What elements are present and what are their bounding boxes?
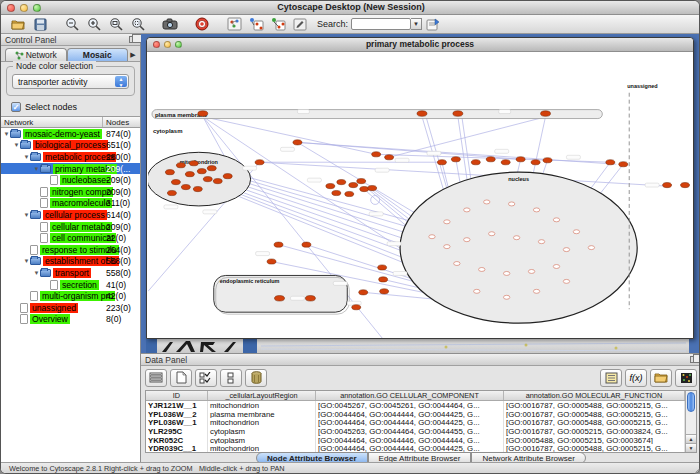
float-panel-icon[interactable] [129, 36, 137, 43]
node-color-select[interactable]: transporter activity ▲▼ [12, 74, 129, 89]
select-attributes-icon[interactable] [195, 369, 217, 387]
attribute-editor-icon[interactable] [600, 369, 622, 387]
document-icon [30, 245, 38, 255]
function-builder-icon[interactable]: f(x) [625, 369, 647, 387]
network-tab-icon [15, 51, 24, 60]
annotation-box-icon[interactable] [290, 16, 310, 33]
background-window-sliver[interactable] [146, 339, 689, 353]
attribute-table: ID _cellularLayoutRegion annotation.GO C… [145, 390, 697, 453]
compartment-layer: plasma membrane cytoplasm mitochondrion … [148, 83, 658, 323]
col-id[interactable]: ID [146, 391, 208, 400]
table-cell: mitochondrion [208, 401, 316, 410]
tree-col-network[interactable]: Network [1, 117, 103, 127]
tree-row[interactable]: ▼cellular process614(0) [1, 209, 140, 221]
tree-row-count: 209(... [104, 164, 140, 174]
snapshot-camera-icon[interactable] [160, 16, 180, 33]
tab-network[interactable]: Network [5, 48, 67, 61]
tree-row[interactable]: ▼establishment of lo558(0) [1, 256, 140, 268]
table-row[interactable]: YPL036W__1mitochondrion[GO:0044464, GO:0… [146, 418, 685, 427]
disclosure-triangle-icon[interactable]: ▼ [13, 142, 20, 148]
tree-row[interactable]: ▼primary metabo209(... [1, 163, 140, 175]
tree-row[interactable]: response to stimulu264(0) [1, 244, 140, 256]
network-canvas[interactable]: plasma membrane cytoplasm mitochondrion … [148, 53, 692, 338]
zoom-out-icon[interactable] [62, 16, 82, 33]
tree-row[interactable]: ▼metabolic process280(0) [1, 151, 140, 163]
tab-overflow-arrow[interactable]: ▶ [128, 48, 138, 61]
scrollbar-thumb[interactable] [687, 392, 695, 412]
tree-row-label: mosaic-demo-yeast [23, 129, 102, 139]
tree-row-label: macromolecule [50, 198, 112, 208]
tree-row[interactable]: nucleobase-209(0) [1, 174, 140, 186]
layout-edges-icon[interactable] [268, 16, 288, 33]
plasma-membrane-region[interactable] [152, 110, 602, 119]
delete-attribute-icon[interactable] [245, 369, 267, 387]
tree-row[interactable]: ▼mosaic-demo-yeast874(0) [1, 128, 140, 140]
table-cell: cytoplasm [208, 436, 316, 445]
table-row[interactable]: YDR039C__1mitochondrion[GO:0044464, GO:0… [146, 444, 685, 452]
control-panel-header: Control Panel [1, 34, 140, 46]
table-cell: mitochondrion [208, 444, 316, 452]
attribute-table-header: ID _cellularLayoutRegion annotation.GO C… [146, 391, 685, 401]
status-bar: Welcome to Cytoscape 2.8.1 Right-click +… [1, 462, 700, 473]
tree-row[interactable]: macromolecule311(0) [1, 198, 140, 210]
document-icon [20, 314, 28, 324]
network-overview-icon[interactable] [224, 16, 244, 33]
save-icon[interactable] [30, 16, 50, 33]
table-cell: [GO:0044464, GO:0044444, GO:0044425, G..… [316, 444, 504, 452]
folder-icon [30, 211, 41, 219]
tree-row[interactable]: ▼biological_process651(0) [1, 140, 140, 152]
zoom-fit-icon[interactable] [106, 16, 126, 33]
scroll-up-icon[interactable]: ▲ [686, 434, 696, 443]
help-lifering-icon[interactable] [192, 16, 212, 33]
disclosure-triangle-icon[interactable]: ▼ [23, 212, 30, 218]
disclosure-triangle-icon[interactable]: ▼ [33, 166, 40, 172]
network-view-window[interactable]: primary metabolic process [146, 37, 694, 339]
attribute-table-body: YJR121W__1mitochondrion[GO:0045267, GO:0… [146, 401, 685, 452]
tree-row[interactable]: nitrogen compo209(0) [1, 186, 140, 198]
tree-row-count: 42(0) [104, 291, 140, 301]
tree-row[interactable]: ▼transport558(0) [1, 267, 140, 279]
zoom-in-icon[interactable] [84, 16, 104, 33]
tree-row[interactable]: cell communicat22(0) [1, 232, 140, 244]
data-panel-float-icon[interactable] [690, 356, 698, 363]
resize-grip[interactable] [691, 464, 700, 473]
table-scrollbar[interactable]: ▲ ▼ [685, 391, 696, 452]
disclosure-triangle-icon[interactable]: ▼ [23, 154, 30, 160]
col-go-cellular-component[interactable]: annotation.GO CELLULAR_COMPONENT [316, 391, 504, 400]
scroll-down-icon[interactable]: ▼ [686, 443, 696, 452]
search-label: Search: [317, 19, 348, 29]
attribute-matrix-icon[interactable] [675, 369, 697, 387]
attribute-grid-icon[interactable] [145, 369, 167, 387]
table-row[interactable]: YLR295Ccytoplasm[GO:0045263, GO:0044464,… [146, 427, 685, 436]
table-cell: [GO:0016787, GO:0005488, GO:0005215, G..… [504, 410, 685, 419]
select-nodes-checkbox[interactable]: ✓ [11, 102, 21, 112]
col-go-molecular-function[interactable]: annotation.GO MOLECULAR_FUNCTION [504, 391, 685, 400]
table-row[interactable]: YPL036W__2plasma membrane[GO:0044464, GO… [146, 410, 685, 419]
open-folder-icon[interactable] [8, 16, 28, 33]
search-dropdown-icon[interactable]: ▼ [411, 18, 422, 30]
search-input[interactable] [351, 18, 411, 30]
table-row[interactable]: YJR121W__1mitochondrion[GO:0045267, GO:0… [146, 401, 685, 410]
table-row[interactable]: YKR052Ccytoplasm[GO:0044464, GO:0044446,… [146, 436, 685, 445]
import-attributes-icon[interactable] [650, 369, 672, 387]
col-cellular-layout-region[interactable]: _cellularLayoutRegion [208, 391, 316, 400]
nucleus-region[interactable] [400, 172, 637, 323]
control-panel-tabs: Network Mosaic ▶ [1, 46, 140, 62]
new-attribute-icon[interactable] [170, 369, 192, 387]
tree-row[interactable]: Overview8(0) [1, 314, 140, 326]
layout-nodes-icon[interactable] [246, 16, 266, 33]
tree-row[interactable]: unassigned223(0) [1, 302, 140, 314]
attribute-pair-icon[interactable] [220, 369, 242, 387]
disclosure-triangle-icon[interactable]: ▼ [23, 258, 30, 264]
zoom-selected-icon[interactable] [128, 16, 148, 33]
disclosure-triangle-icon[interactable]: ▼ [3, 131, 10, 137]
tree-row[interactable]: secretion41(0) [1, 279, 140, 291]
disclosure-triangle-icon[interactable]: ▼ [33, 270, 40, 276]
tree-row-count: 41(0) [104, 280, 140, 290]
application-window: Cytoscape Desktop (New Session) Search: … [0, 0, 700, 474]
tree-row[interactable]: multi-organism pro42(0) [1, 290, 140, 302]
tree-row[interactable]: cellular metabo209(0) [1, 221, 140, 233]
tree-col-nodes[interactable]: Nodes [103, 117, 140, 127]
search-index-icon[interactable] [423, 16, 443, 33]
tab-mosaic[interactable]: Mosaic [67, 48, 129, 61]
